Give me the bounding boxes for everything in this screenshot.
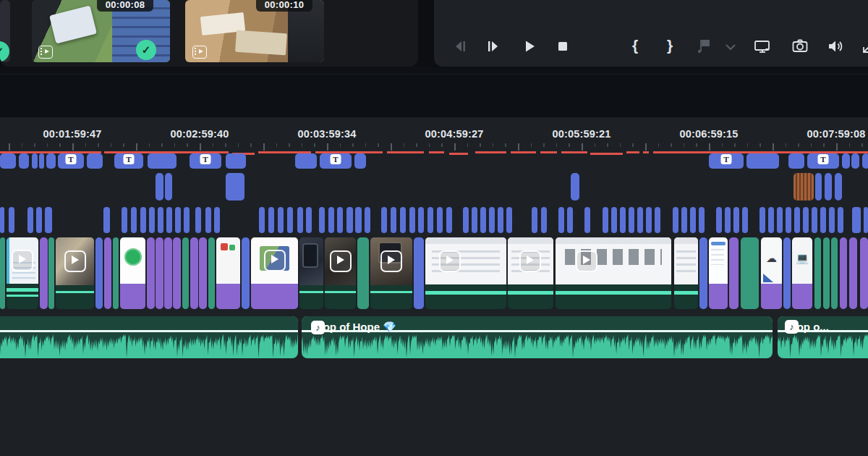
- effect-clip[interactable]: [381, 207, 387, 233]
- main-track-clip[interactable]: [147, 237, 155, 309]
- main-track-clip[interactable]: [216, 237, 240, 309]
- overlay-clip[interactable]: [226, 173, 244, 200]
- main-track-clip[interactable]: 💻: [792, 237, 812, 309]
- effect-clip[interactable]: [355, 207, 362, 233]
- main-track-clip[interactable]: [173, 237, 181, 309]
- overlay-clip[interactable]: [156, 173, 163, 200]
- effect-clip[interactable]: [205, 207, 211, 233]
- previous-frame-icon[interactable]: [450, 36, 470, 56]
- effect-clip[interactable]: [794, 207, 800, 233]
- effect-clip[interactable]: [195, 207, 201, 233]
- effect-clip[interactable]: [681, 207, 687, 233]
- stop-icon[interactable]: [553, 36, 573, 56]
- title-clip[interactable]: [87, 153, 103, 169]
- main-track-clip[interactable]: [325, 237, 356, 309]
- effect-clip[interactable]: [400, 207, 406, 233]
- main-track-clip[interactable]: [414, 237, 424, 309]
- snapshot-camera-icon[interactable]: [790, 36, 810, 56]
- main-track-clip[interactable]: [164, 237, 172, 309]
- main-track-clip[interactable]: [814, 237, 821, 309]
- effect-clip[interactable]: [716, 207, 722, 233]
- effect-clip[interactable]: [158, 207, 163, 233]
- main-track-clip[interactable]: [357, 237, 369, 309]
- overlay-clip[interactable]: [835, 173, 842, 200]
- effect-clip[interactable]: [0, 207, 4, 233]
- overlay-clip[interactable]: [165, 173, 172, 200]
- main-track-clip[interactable]: [190, 237, 198, 309]
- main-track-clip[interactable]: [741, 237, 759, 309]
- overlay-clip[interactable]: [825, 173, 832, 200]
- effect-clip[interactable]: [287, 207, 293, 233]
- effect-clip[interactable]: [603, 207, 608, 233]
- title-clip[interactable]: T: [58, 153, 84, 169]
- effect-clip[interactable]: [418, 207, 424, 233]
- effect-clip[interactable]: [812, 207, 817, 233]
- effect-clip[interactable]: [690, 207, 696, 233]
- effect-clip[interactable]: [306, 207, 312, 233]
- overlay-clip[interactable]: [815, 173, 822, 200]
- effect-clip[interactable]: [131, 207, 137, 233]
- effect-clip[interactable]: [838, 207, 843, 233]
- main-track-clip[interactable]: [182, 237, 189, 309]
- effect-clip[interactable]: [506, 207, 512, 233]
- effect-clip[interactable]: [27, 207, 33, 233]
- main-track-clip[interactable]: [113, 237, 119, 309]
- effect-clip[interactable]: [852, 207, 861, 233]
- effect-clip[interactable]: [278, 207, 284, 233]
- effect-clip[interactable]: [629, 207, 634, 233]
- display-icon[interactable]: [752, 36, 773, 56]
- main-track-clip[interactable]: [674, 237, 698, 309]
- effect-clip[interactable]: [268, 207, 274, 233]
- title-clip[interactable]: [32, 153, 38, 169]
- effect-clip[interactable]: [427, 207, 433, 233]
- effect-clip[interactable]: [768, 207, 774, 233]
- effect-clip[interactable]: [498, 207, 503, 233]
- effect-clip[interactable]: [620, 207, 626, 233]
- main-track-clip[interactable]: ☁: [761, 237, 782, 309]
- fullscreen-icon[interactable]: [859, 36, 868, 56]
- effect-clip[interactable]: [463, 207, 469, 233]
- title-clip[interactable]: T: [320, 153, 352, 169]
- play-icon[interactable]: [519, 36, 540, 56]
- title-clip[interactable]: [226, 153, 246, 169]
- effect-clip[interactable]: [446, 207, 452, 233]
- effect-clip[interactable]: [725, 207, 731, 233]
- main-track-clip[interactable]: [242, 237, 250, 309]
- chevron-down-icon[interactable]: [720, 36, 733, 56]
- effect-clip[interactable]: [214, 207, 220, 233]
- effect-clip[interactable]: [45, 207, 52, 233]
- speaker-icon[interactable]: [825, 36, 845, 56]
- title-clip[interactable]: [295, 153, 317, 169]
- title-clip[interactable]: [788, 153, 804, 169]
- mark-in-icon[interactable]: {: [625, 36, 645, 56]
- effect-clip[interactable]: [584, 207, 590, 233]
- effect-clip[interactable]: [541, 207, 547, 233]
- effect-clip[interactable]: [733, 207, 739, 233]
- media-thumbnail[interactable]: 00:00:08 ✓: [32, 0, 170, 62]
- audio-clip[interactable]: ♪Drop o...: [778, 316, 868, 358]
- main-track-clip[interactable]: [40, 237, 48, 309]
- title-clip[interactable]: [46, 153, 56, 169]
- effect-clip[interactable]: [803, 207, 809, 233]
- title-clip[interactable]: [19, 153, 29, 169]
- timeline[interactable]: 00:01:59:4700:02:59:4000:03:59:3400:04:5…: [0, 117, 868, 456]
- effect-clip[interactable]: [337, 207, 343, 233]
- effect-clip[interactable]: [742, 207, 748, 233]
- title-clip[interactable]: T: [114, 153, 143, 169]
- main-track-clip[interactable]: [56, 237, 94, 309]
- effect-clip[interactable]: [820, 207, 826, 233]
- main-track-clip[interactable]: [370, 237, 412, 309]
- main-track-clip[interactable]: [104, 237, 111, 309]
- effect-clip[interactable]: [637, 207, 643, 233]
- effect-clip[interactable]: [646, 207, 652, 233]
- effect-clip[interactable]: [184, 207, 190, 233]
- title-clip[interactable]: [148, 153, 176, 169]
- main-track-clip[interactable]: [251, 237, 298, 309]
- effect-clip[interactable]: [36, 207, 42, 233]
- main-track-clip[interactable]: [299, 237, 323, 309]
- main-track-clip[interactable]: [783, 237, 791, 309]
- main-track-clip[interactable]: [508, 237, 553, 309]
- effect-clip[interactable]: [346, 207, 353, 233]
- effect-clip[interactable]: [140, 207, 146, 233]
- main-track-clip[interactable]: [7, 237, 38, 309]
